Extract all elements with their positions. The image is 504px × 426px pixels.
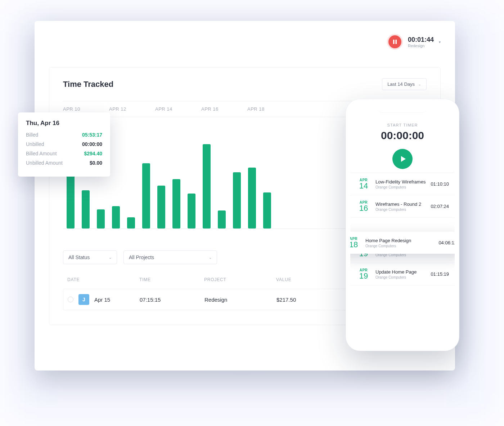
entry-duration: 01:15:19 xyxy=(431,271,449,277)
chevron-down-icon[interactable]: ▾ xyxy=(439,40,441,44)
chart-bar[interactable] xyxy=(188,194,195,228)
start-timer-label: START TIMER xyxy=(350,123,455,127)
tooltip-value: $0.00 xyxy=(90,160,102,166)
tooltip-row: Unbilled Amount$0.00 xyxy=(26,160,102,166)
phone-notch xyxy=(377,103,428,113)
panel-header: Time Tracked Last 14 Days ⌄ xyxy=(63,78,427,90)
entry-date: APR18 xyxy=(350,237,361,249)
entry-duration: 01:10:10 xyxy=(431,181,449,187)
header-timer-value: 00:01:44 xyxy=(408,36,434,44)
chart-bar[interactable] xyxy=(142,163,150,228)
svg-rect-0 xyxy=(393,40,395,44)
chevron-down-icon: ⌄ xyxy=(209,256,212,259)
tooltip-row: Billed Amount$294.40 xyxy=(26,151,102,156)
chart-bar[interactable] xyxy=(97,209,105,228)
tooltip-value: $294.40 xyxy=(84,151,102,156)
chart-bar[interactable] xyxy=(67,170,75,229)
chart-tooltip: Thu, Apr 16 Billed05:53:17Unbilled00:00:… xyxy=(18,112,110,177)
axis-tick: APR 14 xyxy=(155,106,201,112)
time-entry[interactable]: APR14Low-Fidelity WireframesOrange Compu… xyxy=(350,173,455,195)
row-radio[interactable] xyxy=(68,297,73,302)
chart-bar[interactable] xyxy=(157,186,165,228)
chart-bar[interactable] xyxy=(248,168,256,228)
time-entry[interactable]: APR18Home Page RedesignOrange Computers0… xyxy=(350,232,455,254)
chart-bar[interactable] xyxy=(203,144,211,228)
entry-duration: 04:06:12 xyxy=(438,240,455,245)
phone-screen: START TIMER 00:00:00 APR14Low-Fidelity W… xyxy=(350,103,455,346)
row-date: Apr 15 xyxy=(94,297,110,303)
play-button[interactable] xyxy=(392,149,413,169)
timer-block: START TIMER 00:00:00 xyxy=(350,103,455,169)
projects-dropdown[interactable]: All Projects ⌄ xyxy=(123,250,217,264)
projects-label: All Projects xyxy=(129,254,154,260)
tooltip-label: Unbilled xyxy=(26,141,44,147)
phone-mockup: START TIMER 00:00:00 APR14Low-Fidelity W… xyxy=(346,99,459,351)
col-project: PROJECT xyxy=(204,277,276,282)
card-header: 00:01:44 Redesign ▾ xyxy=(49,31,441,53)
tooltip-value: 05:53:17 xyxy=(82,132,102,138)
play-icon xyxy=(400,156,406,162)
col-time: TIME xyxy=(139,277,204,282)
row-project: Redesign xyxy=(204,297,276,303)
chart-bar[interactable] xyxy=(112,206,120,229)
date-range-label: Last 14 Days xyxy=(387,81,415,87)
entry-body: Home Page RedesignOrange Computers xyxy=(365,238,434,248)
col-value: VALUE xyxy=(276,277,319,282)
tooltip-row: Unbilled00:00:00 xyxy=(26,141,102,147)
status-label: All Status xyxy=(68,254,90,260)
chevron-down-icon: ⌄ xyxy=(109,256,112,259)
chart-bar[interactable] xyxy=(263,192,271,228)
tooltip-title: Thu, Apr 16 xyxy=(26,120,102,127)
date-range-dropdown[interactable]: Last 14 Days ⌄ xyxy=(382,78,427,90)
entry-body: Wireframes - Round 2Orange Computers xyxy=(375,201,426,212)
axis-tick: APR 12 xyxy=(109,106,155,112)
chart-bar[interactable] xyxy=(233,172,241,228)
entry-body: Update Home PageOrange Computers xyxy=(375,269,426,279)
chart-bar[interactable] xyxy=(82,190,90,228)
tooltip-label: Billed xyxy=(26,132,38,138)
svg-rect-1 xyxy=(395,40,397,44)
chevron-down-icon: ⌄ xyxy=(418,83,421,86)
row-time: 07:15:15 xyxy=(140,297,204,303)
status-dropdown[interactable]: All Status ⌄ xyxy=(63,250,117,264)
header-timer-project: Redesign xyxy=(408,44,434,48)
tooltip-label: Unbilled Amount xyxy=(26,160,63,166)
col-date: DATE xyxy=(67,277,139,282)
phone-timer-value: 00:00:00 xyxy=(350,129,455,142)
entry-date: APR16 xyxy=(356,200,371,212)
chart-bar[interactable] xyxy=(127,217,135,228)
tooltip-row: Billed05:53:17 xyxy=(26,132,102,138)
time-entry[interactable]: APR19Update Home PageOrange Computers01:… xyxy=(350,263,455,285)
pause-button[interactable] xyxy=(387,34,403,50)
pause-icon xyxy=(392,39,397,44)
chart-bar[interactable] xyxy=(218,210,226,228)
tooltip-value: 00:00:00 xyxy=(82,141,102,147)
axis-tick: APR 18 xyxy=(247,106,293,112)
tooltip-label: Billed Amount xyxy=(26,151,57,156)
axis-tick: APR 16 xyxy=(201,106,247,112)
panel-title: Time Tracked xyxy=(63,80,113,89)
entry-body: Low-Fidelity WireframesOrange Computers xyxy=(375,179,426,189)
chart-bar[interactable] xyxy=(172,179,180,229)
axis-tick: APR 10 xyxy=(63,106,109,112)
avatar: J xyxy=(78,294,89,305)
entry-date: APR14 xyxy=(356,178,371,190)
time-entry[interactable]: APR16Wireframes - Round 2Orange Computer… xyxy=(350,195,455,218)
entry-date: APR19 xyxy=(356,268,371,280)
header-timer: 00:01:44 Redesign xyxy=(408,36,434,48)
row-value: $217.50 xyxy=(276,297,320,303)
entry-duration: 02:07:24 xyxy=(431,204,449,209)
